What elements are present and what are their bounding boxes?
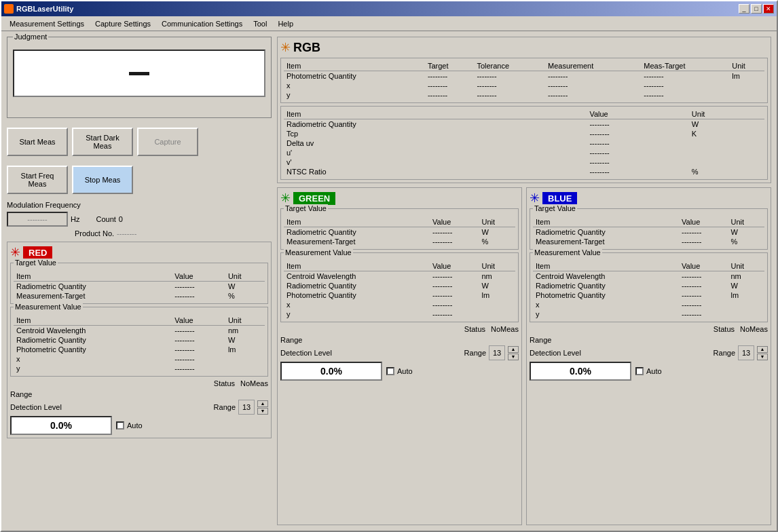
- menu-capture-settings[interactable]: Capture Settings: [90, 18, 156, 29]
- green-auto-label: Auto: [397, 367, 413, 375]
- table-row: Photometric Quantity--------lm: [14, 345, 265, 354]
- blue-target-group: Target Value ItemValueUnit Radiometric Q…: [530, 208, 768, 250]
- red-header: ✳ RED: [10, 245, 268, 260]
- red-meas-col-value: Value: [172, 316, 225, 326]
- table-row: v'--------: [284, 157, 764, 167]
- start-dark-meas-button[interactable]: Start Dark Meas: [72, 128, 133, 156]
- window-title: RGBLaserUtility: [16, 5, 73, 13]
- blue-detection-value-row: 0.0% Auto: [530, 362, 768, 381]
- red-target-row1-unit: W: [225, 282, 265, 292]
- modulation-label: Modulation Frequency: [7, 201, 272, 209]
- table-row: y -------- -------- -------- --------: [284, 90, 764, 100]
- modulation-input[interactable]: --------: [7, 212, 68, 227]
- green-status-row: Status NoMeas: [280, 325, 519, 333]
- red-spin-up[interactable]: ▲: [257, 400, 268, 407]
- rgb-col-item: Item: [284, 61, 425, 71]
- green-target-table: ItemValueUnit Radiometric Quantity------…: [284, 217, 515, 246]
- rgb-title: RGB: [293, 41, 320, 55]
- blue-auto-checkbox[interactable]: [635, 367, 644, 375]
- judgment-group: Judgment: [7, 37, 272, 118]
- stop-meas-button[interactable]: Stop Meas: [72, 166, 133, 194]
- red-target-table: Item Value Unit Radiometric Quantity ---…: [14, 271, 265, 301]
- table-row: Tcp--------K: [284, 129, 764, 138]
- rgb2-col-item: Item: [284, 109, 587, 119]
- red-detection-row: Detection Level Range 13 ▲ ▼: [10, 400, 268, 415]
- right-panel: ✳ RGB Item Target Tolerance Measurement …: [277, 37, 771, 525]
- rgb-col-tolerance: Tolerance: [474, 61, 545, 71]
- red-badge: RED: [23, 246, 52, 259]
- green-header: ✳ GREEN: [280, 191, 519, 206]
- table-row: Delta uv--------: [284, 138, 764, 148]
- blue-range-label: Range: [530, 336, 768, 344]
- rgb-table1: Item Target Tolerance Measurement Meas-T…: [284, 61, 764, 100]
- table-row: Radiometric Quantity--------W: [284, 119, 764, 130]
- blue-section: ✳ BLUE Target Value ItemValueUnit Radiom…: [526, 187, 771, 525]
- blue-range-right: Range 13 ▲ ▼: [714, 345, 768, 360]
- table-row: Radiometric Quantity--------W: [284, 281, 515, 290]
- maximize-button[interactable]: □: [751, 4, 762, 14]
- blue-spin-up[interactable]: ▲: [757, 346, 768, 353]
- buttons-row-2: Start Freq Meas Stop Meas: [7, 166, 272, 194]
- red-spin-down[interactable]: ▼: [257, 408, 268, 415]
- table-row: Radiometric Quantity--------W: [14, 335, 265, 345]
- start-freq-meas-button[interactable]: Start Freq Meas: [7, 166, 68, 194]
- green-auto-checkbox[interactable]: [386, 367, 394, 375]
- buttons-row-1: Start Meas Start Dark Meas Capture: [7, 128, 272, 156]
- rgb-header: ✳ RGB: [280, 40, 768, 55]
- judgment-indicator: [129, 72, 149, 75]
- red-target-row1-value: --------: [172, 282, 225, 292]
- green-target-group: Target Value ItemValueUnit Radiometric Q…: [280, 208, 519, 250]
- rgb-section: ✳ RGB Item Target Tolerance Measurement …: [277, 37, 771, 183]
- blue-spin-down[interactable]: ▼: [757, 354, 768, 360]
- red-section: ✳ RED Target Value Item Value Unit: [7, 242, 272, 438]
- green-spin-up[interactable]: ▲: [508, 346, 519, 353]
- blue-status-row: Status NoMeas: [530, 325, 768, 333]
- rgb-table2: Item Value Unit Radiometric Quantity----…: [284, 109, 764, 176]
- red-range-label2: Range: [214, 403, 236, 411]
- product-value: --------: [117, 229, 136, 238]
- green-spin-down[interactable]: ▼: [508, 354, 519, 360]
- table-row: Measurement-Target--------%: [533, 237, 764, 246]
- red-target-col-value: Value: [172, 271, 225, 282]
- table-row: Measurement-Target -------- %: [14, 291, 265, 301]
- table-row: x--------: [284, 300, 515, 309]
- blue-detection-row: Detection Level Range 13 ▲ ▼: [530, 345, 768, 360]
- red-meas-table: Item Value Unit Centroid Wavelength-----…: [14, 316, 265, 373]
- blue-meas-group: Measurement Value ItemValueUnit Centroid…: [530, 252, 768, 322]
- start-meas-button[interactable]: Start Meas: [7, 128, 68, 156]
- rgb-col-target: Target: [425, 61, 474, 71]
- menu-communication-settings[interactable]: Communication Settings: [156, 18, 248, 29]
- red-meas-label: Measurement Value: [14, 303, 83, 311]
- red-detection-display: 0.0%: [10, 416, 112, 435]
- green-status-value: NoMeas: [491, 325, 519, 333]
- capture-button[interactable]: Capture: [137, 128, 198, 156]
- count-value: 0: [119, 215, 123, 223]
- blue-meas-label: Measurement Value: [533, 248, 602, 256]
- menu-tool[interactable]: Tool: [248, 18, 272, 29]
- red-range-section: Range Detection Level Range 13 ▲ ▼: [10, 390, 268, 435]
- red-target-col-unit: Unit: [225, 271, 265, 282]
- menu-help[interactable]: Help: [272, 18, 299, 29]
- menu-measurement-settings[interactable]: Measurement Settings: [4, 18, 90, 29]
- red-meas-col-unit: Unit: [225, 316, 265, 326]
- red-target-group: Target Value Item Value Unit Radiometric: [10, 263, 268, 304]
- red-auto-checkbox[interactable]: [116, 421, 124, 430]
- green-target-label: Target Value: [284, 204, 328, 212]
- green-meas-table: ItemValueUnit Centroid Wavelength-------…: [284, 261, 515, 319]
- blue-range-num: 13: [738, 345, 754, 360]
- rgb-col-unit: Unit: [729, 61, 764, 71]
- green-meas-group: Measurement Value ItemValueUnit Centroid…: [280, 252, 519, 322]
- close-button[interactable]: ✕: [763, 4, 774, 14]
- table-row: y--------: [14, 364, 265, 373]
- table-row: Centroid Wavelength--------nm: [284, 271, 515, 282]
- judgment-display: [13, 50, 265, 97]
- rgb-col-meas-target: Meas-Target: [641, 61, 729, 71]
- green-detection-label: Detection Level: [280, 349, 332, 357]
- table-row: Radiometric Quantity--------W: [533, 281, 764, 290]
- blue-starburst-icon: ✳: [530, 191, 540, 206]
- blue-range-label2: Range: [714, 349, 735, 357]
- product-row: Product No. --------: [75, 229, 272, 238]
- minimize-button[interactable]: _: [739, 4, 749, 14]
- rgb2-col-unit: Unit: [689, 109, 764, 119]
- green-spin-buttons: ▲ ▼: [508, 346, 519, 360]
